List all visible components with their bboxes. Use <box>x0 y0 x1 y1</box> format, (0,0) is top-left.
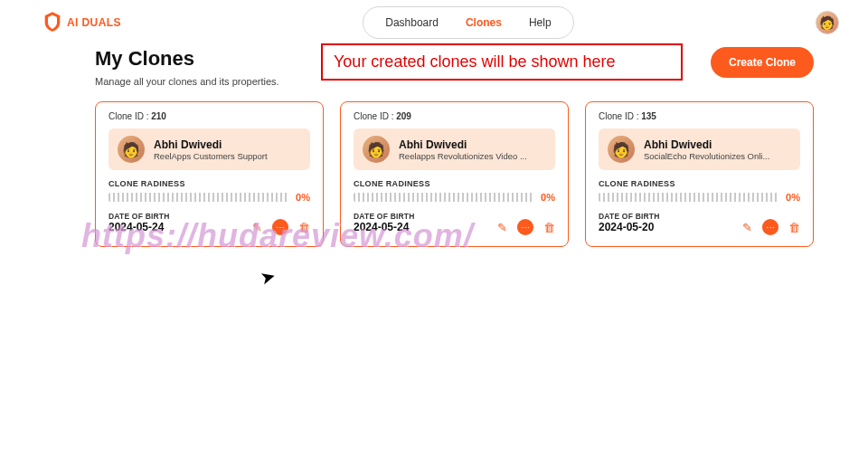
page-subtitle: Manage all your clones and its propertie… <box>95 76 303 87</box>
page-title: My Clones <box>95 47 303 71</box>
title-block: My Clones Manage all your clones and its… <box>95 47 303 87</box>
clone-owner: 🧑 Abhi Dwivedi ReelApps Customers Suppor… <box>108 128 310 170</box>
user-avatar[interactable]: 🧑 <box>816 11 839 34</box>
delete-icon[interactable]: 🗑 <box>541 219 557 235</box>
annotation-callout: Your created clones will be shown here <box>321 43 683 81</box>
chat-icon[interactable]: ⋯ <box>517 219 533 235</box>
clone-card: Clone ID : 135 🧑 Abhi Dwivedi SocialEcho… <box>585 101 814 247</box>
owner-role: ReelApps Customers Support <box>154 151 268 161</box>
readiness-value: 0% <box>296 192 310 203</box>
clone-id: Clone ID : 210 <box>108 111 310 121</box>
readiness-value: 0% <box>541 192 555 203</box>
chat-icon[interactable]: ⋯ <box>762 219 778 235</box>
owner-role: SocialEcho Revolutionizes Onli... <box>644 151 769 161</box>
owner-avatar: 🧑 <box>118 136 145 163</box>
delete-icon[interactable]: 🗑 <box>296 219 312 235</box>
readiness-label: CLONE RADINESS <box>599 179 800 188</box>
card-actions: ✎ ⋯ 🗑 <box>739 219 802 235</box>
clone-id: Clone ID : 135 <box>599 111 800 121</box>
edit-icon[interactable]: ✎ <box>249 219 265 235</box>
readiness-ticks <box>599 193 778 202</box>
owner-name: Abhi Dwivedi <box>399 138 527 151</box>
readiness-bar: 0% <box>354 192 555 203</box>
readiness-bar: 0% <box>599 192 800 203</box>
clones-grid: Clone ID : 210 🧑 Abhi Dwivedi ReelApps C… <box>0 87 868 247</box>
readiness-ticks <box>354 193 533 202</box>
brand-name: AI DUALS <box>67 16 121 29</box>
owner-avatar: 🧑 <box>363 136 390 163</box>
readiness-label: CLONE RADINESS <box>108 179 310 188</box>
brand-logo: AI DUALS <box>43 11 121 35</box>
page-header: My Clones Manage all your clones and its… <box>0 38 868 87</box>
edit-icon[interactable]: ✎ <box>494 219 510 235</box>
clone-id: Clone ID : 209 <box>354 111 555 121</box>
owner-role: Reelapps Revolutionizes Video ... <box>399 151 527 161</box>
cursor-icon: ➤ <box>258 264 278 290</box>
main-nav: Dashboard Clones Help <box>363 6 573 39</box>
nav-help[interactable]: Help <box>516 11 564 34</box>
annotation-text: Your created clones will be shown here <box>334 52 616 71</box>
chat-icon[interactable]: ⋯ <box>272 219 288 235</box>
card-actions: ✎ ⋯ 🗑 <box>249 219 312 235</box>
readiness-label: CLONE RADINESS <box>354 179 555 188</box>
nav-dashboard[interactable]: Dashboard <box>373 11 451 34</box>
card-actions: ✎ ⋯ 🗑 <box>494 219 557 235</box>
clone-owner: 🧑 Abhi Dwivedi SocialEcho Revolutionizes… <box>599 128 800 170</box>
brand-logo-icon <box>43 11 61 35</box>
clone-card: Clone ID : 209 🧑 Abhi Dwivedi Reelapps R… <box>340 101 569 247</box>
owner-name: Abhi Dwivedi <box>644 138 769 151</box>
top-bar: AI DUALS Dashboard Clones Help 🧑 <box>0 0 868 38</box>
readiness-bar: 0% <box>108 192 310 203</box>
clone-card: Clone ID : 210 🧑 Abhi Dwivedi ReelApps C… <box>95 101 324 247</box>
delete-icon[interactable]: 🗑 <box>786 219 802 235</box>
clone-owner: 🧑 Abhi Dwivedi Reelapps Revolutionizes V… <box>354 128 555 170</box>
create-clone-button[interactable]: Create Clone <box>711 47 814 78</box>
nav-clones[interactable]: Clones <box>453 11 514 34</box>
readiness-ticks <box>108 193 288 202</box>
owner-name: Abhi Dwivedi <box>154 138 268 151</box>
owner-avatar: 🧑 <box>608 136 635 163</box>
readiness-value: 0% <box>786 192 800 203</box>
edit-icon[interactable]: ✎ <box>739 219 755 235</box>
